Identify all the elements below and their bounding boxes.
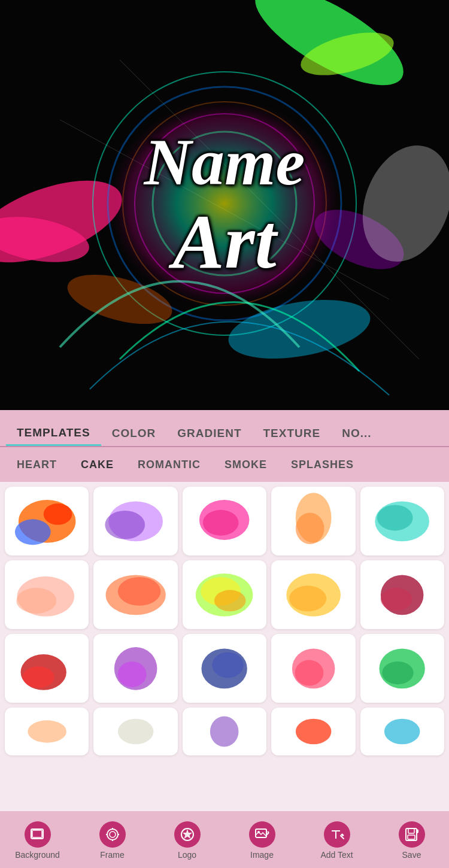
template-item[interactable] xyxy=(93,708,177,755)
tab-gradient[interactable]: GRADIENT xyxy=(166,421,252,446)
nav-image-label: Image xyxy=(250,850,274,860)
svg-point-38 xyxy=(381,588,412,611)
svg-point-23 xyxy=(203,509,239,535)
template-item[interactable] xyxy=(183,708,266,755)
logo-icon xyxy=(180,827,195,842)
cat-heart[interactable]: HEART xyxy=(6,454,68,476)
hero-art: Art xyxy=(23,199,427,284)
grid-row-1 xyxy=(5,487,444,556)
addtext-icon-circle xyxy=(324,821,350,848)
template-item[interactable] xyxy=(360,708,444,755)
svg-point-40 xyxy=(23,666,54,688)
logo-icon-circle xyxy=(174,821,201,848)
bottom-nav: Background Frame xyxy=(0,811,449,868)
cat-smoke[interactable]: SMOKE xyxy=(214,454,278,476)
template-grid xyxy=(0,482,449,829)
svg-point-57 xyxy=(110,831,116,837)
background-icon xyxy=(30,827,45,842)
cat-romantic[interactable]: ROMANTIC xyxy=(127,454,211,476)
svg-marker-63 xyxy=(183,829,192,839)
template-item[interactable] xyxy=(93,560,177,629)
cat-cake[interactable]: CAKE xyxy=(70,454,125,476)
tab-more[interactable]: NO... xyxy=(331,421,382,446)
save-icon-circle xyxy=(399,821,425,848)
nav-background-label: Background xyxy=(15,850,60,860)
svg-rect-75 xyxy=(408,835,415,839)
nav-addtext-label: Add Text xyxy=(320,850,353,860)
svg-point-53 xyxy=(384,719,420,745)
svg-point-51 xyxy=(210,717,239,747)
tab-color[interactable]: COLOR xyxy=(101,421,167,446)
background-icon-circle xyxy=(25,821,51,848)
template-item[interactable] xyxy=(360,487,444,556)
template-item[interactable] xyxy=(5,487,89,556)
text-cursor-icon xyxy=(329,827,345,842)
grid-row-4 xyxy=(5,708,444,755)
tab-texture[interactable]: TEXTURE xyxy=(253,421,332,446)
template-item[interactable] xyxy=(183,634,266,703)
nav-image[interactable]: Image xyxy=(235,821,289,860)
nav-save-label: Save xyxy=(402,850,421,860)
grid-row-3 xyxy=(5,634,444,703)
template-item[interactable] xyxy=(93,487,177,556)
svg-point-21 xyxy=(105,511,145,539)
svg-point-49 xyxy=(28,720,66,742)
template-item[interactable] xyxy=(271,560,355,629)
template-item[interactable] xyxy=(360,634,444,703)
hero-title: Name Art xyxy=(23,126,427,284)
template-item[interactable] xyxy=(5,560,89,629)
svg-line-70 xyxy=(341,836,344,839)
svg-rect-55 xyxy=(32,830,42,837)
template-item[interactable] xyxy=(271,708,355,755)
frame-icon xyxy=(105,827,120,842)
nav-background[interactable]: Background xyxy=(11,821,65,860)
template-item[interactable] xyxy=(271,487,355,556)
svg-line-67 xyxy=(268,831,269,833)
nav-logo-label: Logo xyxy=(178,850,196,860)
nav-save[interactable]: Save xyxy=(385,821,439,860)
template-item[interactable] xyxy=(183,487,266,556)
svg-point-36 xyxy=(289,585,326,611)
svg-point-52 xyxy=(296,719,332,745)
grid-row-2 xyxy=(5,560,444,629)
template-item[interactable] xyxy=(93,634,177,703)
svg-point-29 xyxy=(16,588,56,614)
nav-logo[interactable]: Logo xyxy=(160,821,214,860)
svg-point-18 xyxy=(14,519,50,545)
svg-point-46 xyxy=(295,660,323,685)
hero-section: Name Art xyxy=(0,0,449,410)
svg-point-31 xyxy=(118,577,161,606)
tab-templates[interactable]: TEMPLATES xyxy=(6,420,101,446)
image-icon-circle xyxy=(249,821,275,848)
nav-frame[interactable]: Frame xyxy=(86,821,139,860)
nav-addtext[interactable]: Add Text xyxy=(310,821,364,860)
template-item[interactable] xyxy=(183,560,266,629)
svg-point-48 xyxy=(382,661,414,684)
svg-point-34 xyxy=(214,590,246,611)
svg-point-25 xyxy=(296,512,324,544)
svg-rect-74 xyxy=(408,828,414,833)
template-item[interactable] xyxy=(271,634,355,703)
svg-point-44 xyxy=(213,652,244,678)
svg-point-50 xyxy=(118,719,154,745)
bottom-panel: TEMPLATES COLOR GRADIENT TEXTURE NO... H… xyxy=(0,410,449,868)
image-edit-icon xyxy=(254,827,270,842)
tab-bar-main: TEMPLATES COLOR GRADIENT TEXTURE NO... xyxy=(0,410,449,447)
hero-name: Name xyxy=(23,126,427,199)
template-item[interactable] xyxy=(360,560,444,629)
svg-point-56 xyxy=(107,829,118,840)
svg-point-42 xyxy=(118,661,147,687)
svg-point-19 xyxy=(43,503,72,525)
template-item[interactable] xyxy=(5,634,89,703)
template-item[interactable] xyxy=(5,708,89,755)
save-icon xyxy=(404,827,420,842)
frame-icon-circle xyxy=(99,821,126,848)
nav-frame-label: Frame xyxy=(100,850,124,860)
tab-bar-category: HEART CAKE ROMANTIC SMOKE SPLASHES xyxy=(0,447,449,482)
cat-splashes[interactable]: SPLASHES xyxy=(280,454,365,476)
svg-point-27 xyxy=(377,505,413,530)
